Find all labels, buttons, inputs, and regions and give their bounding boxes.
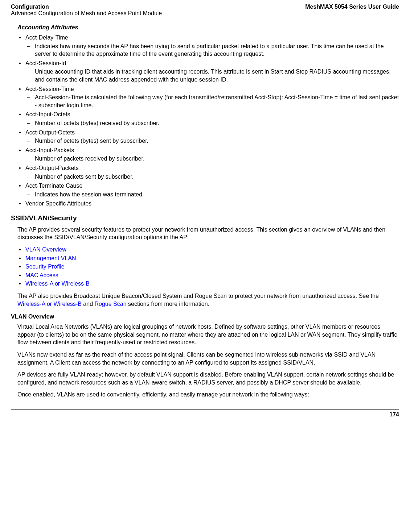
sub-item: Unique accounting ID that aids in tracki… bbox=[25, 68, 399, 83]
list-item: Acct-Session-Time Acct-Session-Time is c… bbox=[17, 85, 399, 109]
sub-item: Number of packets received by subscriber… bbox=[25, 155, 399, 163]
ssid-intro-paragraph: The AP provides several security feature… bbox=[17, 226, 399, 241]
vlan-overview-heading: VLAN Overview bbox=[11, 313, 399, 320]
list-item: Management VLAN bbox=[17, 254, 399, 262]
list-item: Acct-Delay-Time Indicates how many secon… bbox=[17, 34, 399, 58]
attr-label: Acct-Session-Time bbox=[25, 86, 74, 92]
note-text-mid: and bbox=[82, 301, 95, 307]
sub-item: Number of octets (bytes) received by sub… bbox=[25, 119, 399, 127]
sub-list: Number of packets received by subscriber… bbox=[25, 155, 399, 163]
page-container: Configuration Advanced Configuration of … bbox=[0, 0, 410, 429]
list-item: Vendor Specific Attributes bbox=[17, 200, 399, 208]
attr-label: Acct-Output-Octets bbox=[25, 129, 75, 136]
header-guide-title: MeshMAX 5054 Series User Guide bbox=[305, 4, 399, 10]
sub-item: Number of octets (bytes) sent by subscri… bbox=[25, 137, 399, 145]
sub-item: Indicates how many seconds the AP has be… bbox=[25, 42, 399, 58]
sub-item: Indicates how the session was terminated… bbox=[25, 191, 399, 199]
vlan-paragraph-3: AP devices are fully VLAN-ready; however… bbox=[17, 371, 399, 386]
sub-item: Acct-Session-Time is calculated the foll… bbox=[25, 93, 399, 109]
attr-label: Acct-Input-Packets bbox=[25, 147, 74, 153]
page-number: 174 bbox=[389, 411, 399, 417]
list-item: Acct-Output-Octets Number of octets (byt… bbox=[17, 129, 399, 145]
link-wireless-a-b[interactable]: Wireless-A or Wireless-B bbox=[25, 280, 90, 287]
sub-item: Number of packets sent by subscriber. bbox=[25, 173, 399, 181]
sub-list: Number of octets (bytes) received by sub… bbox=[25, 119, 399, 127]
sub-list: Unique accounting ID that aids in tracki… bbox=[25, 68, 399, 83]
accounting-attributes-list: Acct-Delay-Time Indicates how many secon… bbox=[17, 34, 399, 208]
list-item: VLAN Overview bbox=[17, 246, 399, 254]
vlan-paragraph-1: Virtual Local Area Networks (VLANs) are … bbox=[17, 323, 399, 346]
sub-list: Indicates how the session was terminated… bbox=[25, 191, 399, 199]
link-rogue-scan[interactable]: Rogue Scan bbox=[95, 301, 127, 307]
list-item: Acct-Session-Id Unique accounting ID tha… bbox=[17, 59, 399, 84]
list-item: Acct-Output-Packets Number of packets se… bbox=[17, 164, 399, 180]
link-security-profile[interactable]: Security Profile bbox=[25, 263, 65, 270]
accounting-attributes-heading: Accounting Attributes bbox=[17, 24, 399, 31]
ssid-link-list: VLAN Overview Management VLAN Security P… bbox=[17, 246, 399, 288]
sub-list: Acct-Session-Time is calculated the foll… bbox=[25, 93, 399, 109]
page-header: Configuration Advanced Configuration of … bbox=[11, 4, 399, 19]
header-section-title: Configuration bbox=[11, 4, 162, 10]
list-item: Acct-Input-Packets Number of packets rec… bbox=[17, 146, 399, 163]
list-item: Acct-Input-Octets Number of octets (byte… bbox=[17, 111, 399, 127]
vlan-paragraph-2: VLANs now extend as far as the reach of … bbox=[17, 351, 399, 366]
list-item: Acct-Terminate Cause Indicates how the s… bbox=[17, 182, 399, 198]
note-text-pre: The AP also provides Broadcast Unique Be… bbox=[17, 293, 379, 299]
header-left: Configuration Advanced Configuration of … bbox=[11, 4, 162, 17]
ssid-note-paragraph: The AP also provides Broadcast Unique Be… bbox=[17, 292, 399, 308]
attr-label: Acct-Session-Id bbox=[25, 60, 66, 66]
sub-list: Number of packets sent by subscriber. bbox=[25, 173, 399, 181]
attr-label: Acct-Delay-Time bbox=[25, 34, 68, 41]
header-section-subtitle: Advanced Configuration of Mesh and Acces… bbox=[11, 10, 162, 17]
note-text-post: sections from more information. bbox=[127, 301, 210, 307]
link-mac-access[interactable]: MAC Access bbox=[25, 272, 58, 278]
link-vlan-overview[interactable]: VLAN Overview bbox=[25, 246, 66, 253]
attr-label: Acct-Terminate Cause bbox=[25, 183, 82, 189]
attr-label: Acct-Output-Packets bbox=[25, 165, 79, 171]
attr-label: Vendor Specific Attributes bbox=[25, 200, 91, 207]
attr-label: Acct-Input-Octets bbox=[25, 111, 70, 117]
list-item: Wireless-A or Wireless-B bbox=[17, 280, 399, 288]
link-management-vlan[interactable]: Management VLAN bbox=[25, 255, 76, 261]
list-item: MAC Access bbox=[17, 271, 399, 279]
sub-list: Number of octets (bytes) sent by subscri… bbox=[25, 137, 399, 145]
link-wireless-a-b-inline[interactable]: Wireless-A or Wireless-B bbox=[17, 301, 82, 307]
list-item: Security Profile bbox=[17, 263, 399, 271]
vlan-paragraph-4: Once enabled, VLANs are used to convenie… bbox=[17, 391, 399, 399]
ssid-vlan-security-heading: SSID/VLAN/Security bbox=[11, 214, 399, 222]
sub-list: Indicates how many seconds the AP has be… bbox=[25, 42, 399, 58]
page-footer: 174 bbox=[11, 410, 399, 418]
